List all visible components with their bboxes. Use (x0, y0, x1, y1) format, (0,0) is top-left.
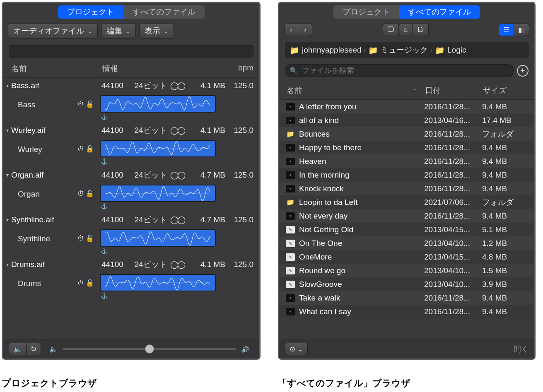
disclosure-triangle-icon[interactable]: ▾ (4, 262, 11, 267)
breadcrumb[interactable]: 📁johnnyappleseed›📁ミュージック›📁Logic (285, 42, 529, 58)
column-headers: 名前 情報 bpm (3, 61, 259, 78)
disclosure-triangle-icon[interactable]: ▾ (4, 83, 11, 89)
tempo-follow-icon[interactable]: ⏱ (77, 279, 84, 287)
file-list[interactable]: ▪A letter from you 2016/11/28... 9.4 MB▪… (279, 100, 534, 339)
volume-slider[interactable] (63, 348, 236, 350)
list-view-button[interactable]: ☰ (499, 24, 514, 36)
audio-files-dropdown[interactable]: オーディオファイル⌄ (8, 24, 98, 38)
audio-region-row[interactable]: Synthline ⏱🔓 ⚓ (3, 228, 259, 257)
view-dropdown[interactable]: 表示⌄ (139, 24, 174, 38)
action-menu-button[interactable]: ⊙ ⌄ (285, 343, 308, 355)
waveform-thumbnail[interactable] (100, 185, 216, 202)
tab-all-files[interactable]: すべてのファイル (399, 5, 480, 19)
breadcrumb-segment[interactable]: Logic (447, 46, 466, 55)
file-size: 4.1 MB (190, 126, 225, 135)
preview-play-button[interactable]: 🔈 (9, 343, 27, 355)
file-header[interactable]: ▾ Organ.aif 44100 24ビット ◯◯4.7 MB 125.0 (3, 167, 259, 183)
column-headers: 名前⌃ 日付 サイズ (279, 83, 534, 100)
project-location-button[interactable]: 🗎 (413, 24, 429, 36)
waveform-thumbnail[interactable] (100, 229, 216, 247)
file-row[interactable]: ∿OneMore 2013/04/15... 4.8 MB (279, 250, 534, 264)
lock-icon[interactable]: 🔓 (86, 279, 94, 287)
breadcrumb-segment[interactable]: johnnyappleseed (302, 46, 362, 55)
tempo-follow-icon[interactable]: ⏱ (77, 145, 84, 153)
file-header[interactable]: ▾ Wurley.aif 44100 24ビット ◯◯4.1 MB 125.0 (3, 123, 259, 138)
tab-all-files[interactable]: すべてのファイル (123, 5, 205, 19)
disclosure-triangle-icon[interactable]: ▾ (4, 127, 11, 133)
file-name: Heaven (299, 157, 424, 166)
audio-region-row[interactable]: Wurley ⏱🔓 ⚓ (3, 138, 259, 167)
audio-region-row[interactable]: Bass ⏱🔓 ⚓ (3, 94, 259, 123)
file-date: 2013/04/10... (424, 266, 482, 275)
tempo-follow-icon[interactable]: ⏱ (77, 190, 84, 197)
col-size[interactable]: サイズ (483, 85, 529, 96)
project-file-icon: ▪ (286, 117, 295, 124)
col-info[interactable]: 情報 (102, 63, 225, 74)
file-header[interactable]: ▾ Bass.aif 44100 24ビット ◯◯4.1 MB 125.0 (3, 78, 259, 94)
file-row[interactable]: 📁Bounces 2016/11/28... フォルダ (279, 127, 534, 141)
file-row[interactable]: ▪Take a walk 2016/11/28... 9.4 MB (279, 291, 534, 305)
col-date[interactable]: 日付 (425, 85, 483, 96)
file-row[interactable]: 📁Loopin to da Left 2021/07/06... フォルダ (279, 195, 534, 209)
waveform-thumbnail[interactable] (100, 95, 216, 113)
file-row[interactable]: ∿Round we go 2013/04/10... 1.5 MB (279, 264, 534, 277)
audio-file-icon: ∿ (286, 281, 295, 288)
file-row[interactable]: ▪In the morning 2016/11/28... 9.4 MB (279, 168, 534, 182)
col-name[interactable]: 名前⌃ (287, 85, 425, 96)
column-view-button[interactable]: ◧ (514, 24, 529, 36)
file-search-input[interactable]: 🔍 (285, 64, 514, 77)
file-name: Organ.aif (11, 171, 101, 180)
edit-dropdown[interactable]: 編集⌄ (101, 24, 136, 38)
file-row[interactable]: ▪Happy to be there 2016/11/28... 9.4 MB (279, 141, 534, 154)
folder-icon: 📁 (286, 199, 295, 206)
col-name[interactable]: 名前 (11, 63, 102, 74)
bpm-value: 125.0 (225, 126, 253, 135)
computer-location-button[interactable]: 🖵 (383, 24, 399, 36)
file-header[interactable]: ▾ Synthline.aif 44100 24ビット ◯◯4.7 MB 125… (3, 212, 259, 228)
lock-icon[interactable]: 🔓 (86, 100, 94, 108)
col-bpm[interactable]: bpm (225, 63, 253, 74)
file-row[interactable]: ▪What can I say 2016/11/28... 9.4 MB (279, 305, 534, 318)
waveform-thumbnail[interactable] (100, 274, 216, 291)
anchor-icon: ⚓ (101, 203, 108, 209)
disclosure-triangle-icon[interactable]: ▾ (4, 217, 11, 223)
file-row[interactable]: ▪Heaven 2016/11/28... 9.4 MB (279, 154, 534, 168)
file-row[interactable]: ▪all of a kind 2013/04/16... 17.4 MB (279, 113, 534, 127)
bpm-value: 125.0 (225, 260, 253, 269)
breadcrumb-segment[interactable]: ミュージック (381, 45, 428, 55)
tempo-follow-icon[interactable]: ⏱ (77, 235, 84, 242)
add-button[interactable]: + (517, 65, 529, 77)
file-size: 1.2 MB (482, 239, 528, 248)
audio-region-row[interactable]: Organ ⏱🔓 ⚓ (3, 183, 259, 212)
file-row[interactable]: ▪A letter from you 2016/11/28... 9.4 MB (279, 100, 534, 113)
project-file-list[interactable]: ▾ Bass.aif 44100 24ビット ◯◯4.1 MB 125.0Bas… (3, 78, 259, 339)
nav-back-button[interactable]: ‹ (284, 24, 298, 36)
disclosure-triangle-icon[interactable]: ▾ (4, 172, 11, 178)
anchor-icon: ⚓ (101, 113, 108, 120)
folder-icon: 📁 (290, 46, 299, 55)
tab-project[interactable]: プロジェクト (333, 5, 399, 19)
nav-forward-button[interactable]: › (298, 24, 312, 36)
loop-button[interactable]: ↻ (27, 343, 41, 355)
open-button[interactable]: 開く (514, 344, 529, 354)
file-header[interactable]: ▾ Drums.aif 44100 24ビット ◯◯4.1 MB 125.0 (3, 257, 259, 272)
file-row[interactable]: ∿On The One 2013/04/10... 1.2 MB (279, 236, 534, 250)
file-name: Wurley.aif (11, 126, 101, 135)
file-row[interactable]: ∿Not Getting Old 2013/04/15... 5.1 MB (279, 223, 534, 236)
file-row[interactable]: ∿SlowGroove 2013/04/10... 3.9 MB (279, 277, 534, 291)
search-input[interactable] (9, 45, 253, 58)
file-row[interactable]: ▪Knock knock 2016/11/28... 9.4 MB (279, 182, 534, 195)
lock-icon[interactable]: 🔓 (86, 234, 94, 242)
bpm-value: 125.0 (225, 171, 253, 180)
home-location-button[interactable]: ⌂ (399, 24, 413, 36)
project-file-icon: ▪ (286, 212, 295, 220)
lock-icon[interactable]: 🔓 (86, 190, 94, 197)
bit-depth: 24ビット (134, 259, 167, 270)
lock-icon[interactable]: 🔓 (86, 145, 94, 153)
audio-region-row[interactable]: Drums ⏱🔓 ⚓ (3, 272, 259, 301)
waveform-thumbnail[interactable] (100, 140, 216, 157)
sort-ascending-icon: ⌃ (413, 88, 417, 94)
tab-project[interactable]: プロジェクト (58, 5, 123, 19)
tempo-follow-icon[interactable]: ⏱ (77, 101, 84, 108)
file-row[interactable]: ▪Not every day 2016/11/28... 9.4 MB (279, 209, 534, 223)
